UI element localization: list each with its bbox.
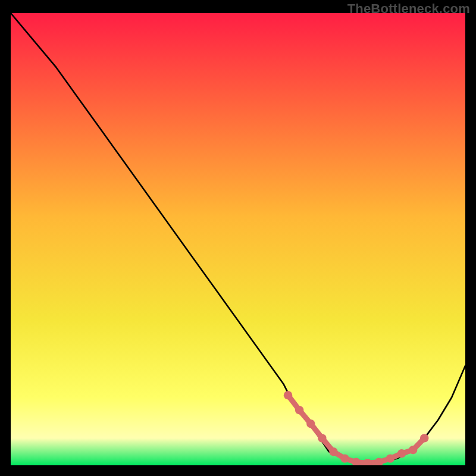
marker-dot: [420, 434, 428, 442]
marker-dot: [397, 449, 406, 458]
marker-dot: [306, 419, 315, 428]
gradient-background: [11, 13, 465, 465]
marker-dot: [329, 447, 337, 456]
plot-area: [11, 13, 465, 465]
marker-dot: [284, 391, 292, 399]
chart-stage: TheBottleneck.com: [0, 0, 476, 476]
marker-dot: [340, 454, 349, 462]
marker-dot: [386, 454, 394, 462]
marker-dot: [409, 446, 417, 454]
plot-svg: [11, 13, 465, 465]
watermark-label: TheBottleneck.com: [347, 1, 470, 17]
marker-dot: [295, 406, 303, 414]
marker-dot: [318, 434, 326, 442]
